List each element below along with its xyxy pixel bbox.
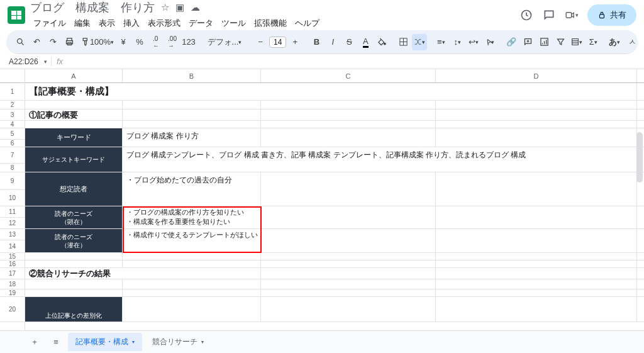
cell-a9[interactable]: 想定読者 [25,172,123,206]
more-formats-button[interactable]: 123 [181,34,196,50]
text-color-button[interactable]: A [358,34,373,50]
row-header[interactable]: 11 [0,206,25,218]
all-sheets-button[interactable]: ≡ [47,333,65,351]
row-header[interactable]: 4 [0,121,25,128]
insert-comment-button[interactable] [520,34,535,50]
font-size-input[interactable]: 14 [269,36,286,48]
row-header[interactable]: 7 [0,147,25,164]
row-header[interactable]: 14 [0,240,25,253]
cell-b9[interactable]: ・ブログ始めたての過去の自分 [123,172,261,206]
row-header[interactable]: 6 [0,140,25,147]
text-rotation-button[interactable]: A ▾ [482,34,497,50]
print-icon[interactable] [62,34,77,50]
insert-chart-button[interactable] [536,34,552,50]
menu-help[interactable]: ヘルプ [292,16,323,30]
cell-a7[interactable]: サジェストキーワード [25,147,123,172]
menu-file[interactable]: ファイル [30,16,69,30]
undo-icon[interactable]: ↶ [29,34,44,50]
menu-view[interactable]: 表示 [96,16,118,30]
row-header[interactable]: 13 [0,229,25,240]
input-tools-button[interactable]: あ ▾ [607,34,622,50]
bold-button[interactable]: B [309,34,324,50]
row-header[interactable]: 9 [0,172,25,190]
row-header[interactable]: 15 [0,253,25,261]
increase-font-button[interactable]: + [287,34,303,50]
merge-button[interactable]: ▾ [412,34,427,50]
row-header[interactable]: 19 [0,289,25,297]
formula-bar[interactable] [68,60,644,63]
row-header[interactable]: 3 [0,109,25,121]
menu-data[interactable]: データ [186,16,216,30]
cell-a13[interactable]: 読者のニーズ（潜在） [25,229,123,252]
strikethrough-button[interactable]: S [341,34,357,50]
fill-color-button[interactable] [374,34,389,50]
currency-button[interactable]: ¥ [116,34,131,50]
row-header[interactable]: 17 [0,268,25,279]
decrease-decimal-button[interactable]: .0← [148,34,164,50]
borders-button[interactable] [396,34,411,50]
move-icon[interactable]: ▣ [175,2,184,13]
add-sheet-button[interactable]: + [25,333,44,351]
row-header[interactable]: 5 [0,128,25,140]
cloud-saved-icon[interactable]: ☁ [191,2,200,13]
column-header-a[interactable]: A [25,69,123,82]
menu-edit[interactable]: 編集 [71,16,94,30]
cell-b7[interactable]: ブログ 構成テンプレート、ブログ 構成 書き方、記事 構成案 テンプレート、記事… [123,147,637,172]
cell-b11[interactable]: ・ブログの構成案の作り方を知りたい・構成案を作る重要性を知りたい [123,206,261,228]
row-header[interactable]: 18 [0,279,25,289]
cell-b5[interactable]: ブログ 構成案 作り方 [123,128,261,147]
filter-button[interactable] [553,34,568,50]
functions-button[interactable]: Σ ▾ [586,34,601,50]
increase-decimal-button[interactable]: .00→ [165,34,180,50]
tab-dropdown-icon[interactable]: ▾ [201,339,204,345]
menu-format[interactable]: 表示形式 [145,16,184,30]
redo-icon[interactable]: ↷ [45,34,60,50]
collapse-toolbar-icon[interactable]: ㅅ [625,34,640,50]
percent-button[interactable]: % [132,34,147,50]
cell-a17[interactable]: ②競合リサーチの結果 [25,268,123,279]
name-box[interactable]: A22:D26 [6,56,44,67]
vertical-scrollbar[interactable] [636,132,643,315]
row-header[interactable]: 12 [0,218,25,229]
font-dropdown[interactable]: デフォ... ▾ [203,34,247,50]
zoom-dropdown[interactable]: 100% ▾ [94,34,109,50]
menu-extensions[interactable]: 拡張機能 [251,16,290,30]
share-button[interactable]: 共有 [587,4,636,26]
document-title[interactable]: ブログ 構成案 作り方 [30,0,155,15]
name-box-dropdown-icon[interactable]: ▾ [44,59,51,65]
menu-insert[interactable]: 挿入 [120,16,143,30]
row-header[interactable]: 10 [0,190,25,206]
horizontal-align-button[interactable]: ≡ ▾ [433,34,448,50]
sheet-tab-other[interactable]: 競合リサーチ▾ [145,333,211,351]
row-header[interactable]: 16 [0,261,25,268]
cell-b13[interactable]: ・構成作りで使えるテンプレートがほしい [123,229,261,252]
cell-a11[interactable]: 読者のニーズ（顕在） [25,206,123,228]
row-header[interactable]: 8 [0,164,25,172]
tab-dropdown-icon[interactable]: ▾ [132,339,135,345]
cell-a20[interactable]: 上位記事との差別化 [25,297,123,322]
filter-views-button[interactable]: ▾ [569,34,584,50]
column-header-c[interactable]: C [261,69,436,82]
italic-button[interactable]: I [325,34,340,50]
menu-tools[interactable]: ツール [218,16,249,30]
row-header[interactable]: 1 [0,83,25,101]
row-header[interactable]: 2 [0,101,25,109]
text-wrap-button[interactable]: ↩ ▾ [466,34,481,50]
meet-icon[interactable]: ▾ [565,8,579,22]
cell-a5[interactable]: キーワード [25,128,123,147]
insert-link-button[interactable]: 🔗 [504,34,519,50]
select-all-corner[interactable] [0,69,25,83]
cell-a3[interactable]: ①記事の概要 [25,109,123,120]
vertical-align-button[interactable]: ↕ ▾ [450,34,465,50]
history-icon[interactable] [519,8,533,22]
search-menus-icon[interactable] [13,34,28,50]
spreadsheet-grid[interactable]: 1234567891011121314151617181920 A B C D … [0,69,644,340]
star-icon[interactable]: ☆ [161,2,169,13]
row-header[interactable]: 20 [0,297,25,322]
decrease-font-button[interactable]: − [253,34,268,50]
sheet-tab-active[interactable]: 記事概要・構成▾ [68,333,142,351]
column-header-b[interactable]: B [123,69,261,82]
comments-icon[interactable] [542,8,556,22]
cell-a1[interactable]: 【記事概要・構成】 [25,83,123,100]
column-header-d[interactable]: D [436,69,637,82]
